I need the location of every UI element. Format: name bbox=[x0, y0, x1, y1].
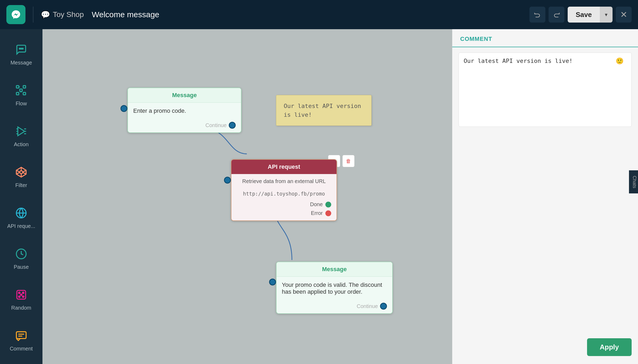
message-node-1-output[interactable] bbox=[229, 122, 236, 129]
sidebar-item-message[interactable]: Message bbox=[4, 34, 38, 73]
comment-sticky-text: Our latest API versionis live! bbox=[284, 103, 361, 118]
svg-point-27 bbox=[19, 292, 20, 293]
nav-divider bbox=[33, 7, 33, 23]
sidebar-item-filter-label: Filter bbox=[15, 182, 27, 188]
comment-delete-button[interactable]: 🗑 bbox=[342, 155, 355, 167]
right-panel: COMMENT Our latest API version is live! … bbox=[452, 29, 638, 364]
right-panel-body: Our latest API version is live! 🙂 bbox=[452, 47, 638, 333]
svg-point-1 bbox=[21, 48, 22, 49]
apply-button[interactable]: Apply bbox=[587, 338, 632, 356]
sidebar-item-flow[interactable]: Flow bbox=[4, 75, 38, 114]
error-label: Error bbox=[311, 210, 323, 216]
right-panel-title: COMMENT bbox=[460, 36, 492, 42]
logo bbox=[6, 5, 25, 24]
sidebar-item-filter[interactable]: Filter bbox=[4, 157, 38, 195]
message-node-2-body: Your promo code is valid. The discount h… bbox=[277, 277, 392, 300]
message-node-2-footer: Continue bbox=[277, 300, 392, 313]
svg-rect-7 bbox=[16, 92, 19, 95]
sidebar-item-flow-label: Flow bbox=[16, 101, 27, 107]
sidebar-item-comment[interactable]: Comment bbox=[4, 320, 38, 359]
save-button[interactable]: Save bbox=[568, 7, 600, 23]
api-node-description: Retrieve data from an external URL bbox=[231, 174, 337, 189]
api-done-port: Done bbox=[310, 201, 331, 207]
save-group: Save ▾ bbox=[568, 7, 613, 23]
svg-point-30 bbox=[23, 296, 24, 297]
svg-point-29 bbox=[19, 296, 20, 297]
filter-icon bbox=[13, 164, 29, 180]
svg-point-28 bbox=[23, 292, 24, 293]
message-node-1-footer: Continue bbox=[128, 119, 241, 132]
sidebar-item-action-label: Action bbox=[14, 141, 29, 148]
svg-point-2 bbox=[22, 48, 23, 49]
chats-tab-label: Chats bbox=[632, 176, 637, 188]
done-label: Done bbox=[310, 201, 323, 207]
message-icon bbox=[13, 42, 29, 58]
right-panel-footer: Apply bbox=[452, 333, 638, 364]
continue-label-2: Continue bbox=[357, 303, 378, 309]
chatbot-icon: 💬 bbox=[41, 10, 50, 19]
sidebar-item-api[interactable]: API reque... bbox=[4, 198, 38, 236]
error-port-dot[interactable] bbox=[325, 210, 331, 216]
api-node-header: API request bbox=[231, 160, 337, 174]
message-node-2-input[interactable] bbox=[269, 279, 276, 285]
sidebar-item-pause-label: Pause bbox=[14, 264, 29, 270]
emoji-button[interactable]: 🙂 bbox=[616, 57, 624, 65]
main-layout: Message Flow bbox=[0, 29, 638, 364]
api-icon bbox=[13, 205, 29, 221]
sidebar-item-action[interactable]: Action bbox=[4, 116, 38, 154]
api-node-url: http://api.toyshop.fb/promo bbox=[231, 189, 337, 199]
sidebar-item-message-label: Message bbox=[10, 60, 32, 66]
svg-rect-5 bbox=[23, 92, 25, 95]
save-dropdown-button[interactable]: ▾ bbox=[600, 7, 613, 23]
sidebar-item-comment-label: Comment bbox=[10, 346, 33, 352]
right-panel-header: COMMENT bbox=[452, 29, 638, 47]
svg-rect-32 bbox=[16, 332, 26, 339]
message-node-2-header: Message bbox=[277, 262, 392, 277]
api-node-ports: Done Error bbox=[231, 199, 337, 220]
continue-label: Continue bbox=[205, 122, 227, 128]
comment-icon bbox=[13, 328, 29, 344]
message-node-1-header: Message bbox=[128, 88, 241, 103]
svg-point-0 bbox=[19, 48, 20, 49]
comment-area-wrap: Our latest API version is live! 🙂 bbox=[459, 53, 632, 128]
sidebar-item-random-label: Random bbox=[11, 305, 31, 311]
top-navigation: 💬 Toy Shop Welcome message Save ▾ ✕ bbox=[0, 0, 638, 29]
flow-icon bbox=[13, 83, 29, 98]
message-node-2-output[interactable] bbox=[380, 303, 387, 310]
api-node-input[interactable] bbox=[224, 177, 231, 184]
flow-canvas[interactable]: Message Enter a promo code. Continue Our… bbox=[42, 29, 452, 364]
sidebar: Message Flow bbox=[0, 29, 42, 364]
chatbot-name-label: Toy Shop bbox=[53, 10, 84, 19]
svg-rect-6 bbox=[23, 85, 25, 88]
redo-button[interactable] bbox=[549, 7, 564, 23]
api-request-node[interactable]: API request Retrieve data from an extern… bbox=[231, 159, 337, 221]
undo-button[interactable] bbox=[529, 7, 545, 23]
svg-rect-3 bbox=[16, 85, 19, 88]
sidebar-item-api-label: API reque... bbox=[7, 223, 35, 229]
sidebar-item-random[interactable]: Random bbox=[4, 280, 38, 318]
message-node-1[interactable]: Message Enter a promo code. Continue bbox=[127, 88, 242, 133]
message-node-1-input[interactable] bbox=[120, 105, 127, 112]
svg-point-31 bbox=[20, 294, 22, 296]
chats-tab[interactable]: Chats bbox=[629, 170, 638, 193]
action-icon bbox=[13, 123, 29, 139]
chatbot-name: 💬 Toy Shop bbox=[41, 10, 84, 19]
nav-actions: Save ▾ ✕ bbox=[529, 7, 632, 23]
api-error-port: Error bbox=[311, 210, 331, 216]
random-icon bbox=[13, 287, 29, 303]
message-node-1-body: Enter a promo code. bbox=[128, 103, 241, 119]
message-node-2[interactable]: Message Your promo code is valid. The di… bbox=[276, 262, 393, 314]
flow-title: Welcome message bbox=[92, 10, 160, 19]
svg-point-18 bbox=[20, 171, 23, 174]
comment-sticky[interactable]: Our latest API versionis live! bbox=[276, 95, 372, 126]
svg-marker-10 bbox=[18, 127, 25, 136]
svg-rect-4 bbox=[20, 89, 22, 91]
sidebar-item-pause[interactable]: Pause bbox=[4, 239, 38, 277]
close-button[interactable]: ✕ bbox=[616, 7, 632, 23]
done-port-dot[interactable] bbox=[325, 202, 331, 207]
comment-textarea[interactable]: Our latest API version is live! bbox=[459, 53, 632, 127]
pause-icon bbox=[13, 246, 29, 262]
